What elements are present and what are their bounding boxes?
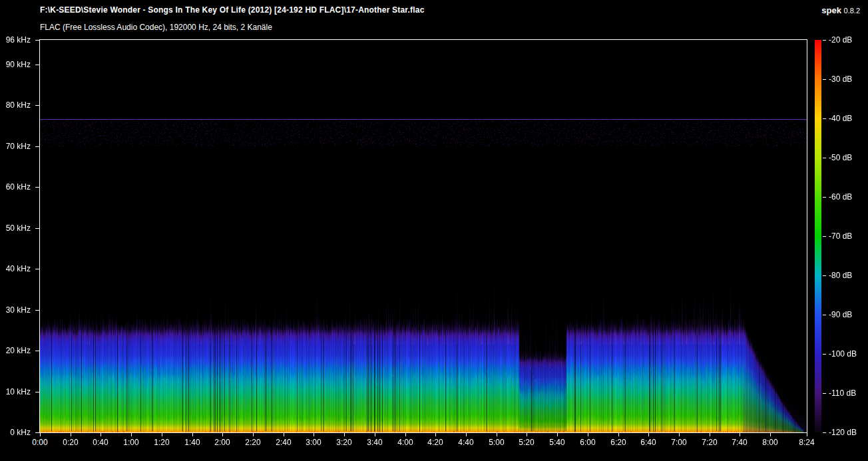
y-axis-tick <box>35 228 39 229</box>
y-axis-label: 20 kHz <box>0 346 31 355</box>
x-axis-tick <box>740 433 740 436</box>
x-axis-label: 5:20 <box>512 438 541 447</box>
x-axis-tick <box>807 433 807 436</box>
x-axis-label: 8:24 <box>792 438 821 447</box>
legend-tick <box>823 315 826 315</box>
x-axis-tick <box>435 433 436 436</box>
legend-label: -60 dB <box>829 192 852 202</box>
x-axis-label: 2:00 <box>208 438 237 447</box>
y-axis-label: 30 kHz <box>0 305 31 315</box>
y-axis-label: 0 kHz <box>0 428 31 437</box>
legend-label: -80 dB <box>829 271 852 280</box>
x-axis-tick <box>284 433 284 436</box>
x-axis-tick <box>527 433 527 436</box>
x-axis-tick <box>497 433 497 436</box>
y-axis-label: 60 kHz <box>0 182 31 192</box>
x-axis-tick <box>162 433 162 436</box>
legend-label: -110 dB <box>829 388 856 398</box>
x-axis-tick <box>253 433 254 436</box>
x-axis-tick <box>648 433 649 436</box>
y-axis-tick <box>35 105 39 106</box>
y-axis-tick <box>35 392 39 392</box>
x-axis-tick <box>588 433 588 436</box>
y-axis-label: 80 kHz <box>0 100 31 110</box>
y-axis-tick <box>35 269 39 269</box>
legend-tick <box>823 197 826 198</box>
file-path-title: F:\K-SEED\Stevie Wonder - Songs In The K… <box>40 5 425 15</box>
y-axis-tick <box>35 432 39 433</box>
x-axis-tick <box>131 433 132 436</box>
x-axis-label: 7:00 <box>664 438 694 447</box>
x-axis-tick <box>101 433 101 436</box>
legend-tick <box>823 158 826 158</box>
plot-frame <box>39 39 807 433</box>
legend-label: -30 dB <box>829 75 852 84</box>
x-axis-tick <box>375 433 375 436</box>
file-info-line: FLAC (Free Lossless Audio Codec), 192000… <box>40 23 272 32</box>
legend-label: -40 dB <box>829 114 852 123</box>
x-axis-label: 2:40 <box>269 438 298 447</box>
legend-tick <box>823 236 826 237</box>
x-axis-label: 5:00 <box>482 438 511 447</box>
legend-tick <box>823 393 826 394</box>
legend-label: -90 dB <box>829 310 852 319</box>
x-axis-label: 4:40 <box>451 438 481 447</box>
x-axis-tick <box>344 433 345 436</box>
x-axis-label: 1:40 <box>178 438 207 447</box>
x-axis-label: 8:00 <box>756 438 785 447</box>
x-axis-label: 2:20 <box>238 438 268 447</box>
x-axis-label: 3:20 <box>329 438 359 447</box>
x-axis-label: 1:20 <box>147 438 176 447</box>
app-version: 0.8.2 <box>844 7 860 15</box>
y-axis-tick <box>35 187 39 188</box>
x-axis-tick <box>314 433 314 436</box>
x-axis-label: 6:40 <box>634 438 663 447</box>
x-axis-tick <box>71 433 71 436</box>
x-axis-label: 1:00 <box>116 438 146 447</box>
x-axis-label: 6:00 <box>573 438 602 447</box>
x-axis-label: 7:40 <box>725 438 754 447</box>
x-axis-tick <box>466 433 467 436</box>
app-name: spek <box>821 5 841 15</box>
legend-label: -100 dB <box>829 349 857 359</box>
x-axis-label: 0:20 <box>56 438 85 447</box>
x-axis-label: 3:40 <box>360 438 389 447</box>
x-axis-tick <box>770 433 771 436</box>
y-axis-tick <box>35 40 39 41</box>
x-axis-tick <box>710 433 710 436</box>
x-axis-tick <box>192 433 193 436</box>
x-axis-tick <box>405 433 406 436</box>
legend-tick <box>823 118 826 119</box>
y-axis-label: 40 kHz <box>0 264 31 273</box>
legend-tick <box>823 354 826 355</box>
legend-label: -120 dB <box>829 428 857 437</box>
x-axis-tick <box>40 433 41 436</box>
y-axis-label: 90 kHz <box>0 60 31 69</box>
x-axis-label: 7:20 <box>695 438 724 447</box>
x-axis-tick <box>679 433 680 436</box>
y-axis-label: 70 kHz <box>0 142 31 151</box>
legend-label: -20 dB <box>829 35 852 45</box>
y-axis-label: 50 kHz <box>0 224 31 233</box>
legend-tick <box>823 40 826 41</box>
x-axis-label: 0:00 <box>25 438 55 447</box>
legend-tick <box>823 432 826 433</box>
x-axis-tick <box>557 433 558 436</box>
legend-label: -50 dB <box>829 153 852 162</box>
legend-label: -70 dB <box>829 231 852 241</box>
x-axis-label: 4:20 <box>421 438 450 447</box>
y-axis-label: 96 kHz <box>0 35 31 45</box>
x-axis-label: 4:00 <box>391 438 420 447</box>
y-axis-tick <box>35 310 39 311</box>
app-brand: spek 0.8.2 <box>821 5 860 15</box>
y-axis-tick <box>35 65 39 65</box>
x-axis-label: 0:40 <box>86 438 115 447</box>
x-axis-label: 5:40 <box>542 438 572 447</box>
y-axis-label: 10 kHz <box>0 387 31 396</box>
y-axis-tick <box>35 146 39 147</box>
x-axis-tick <box>618 433 619 436</box>
legend-tick <box>823 275 826 276</box>
legend-tick <box>823 79 826 80</box>
db-scale-colorbar <box>815 40 821 432</box>
y-axis-tick <box>35 351 39 351</box>
